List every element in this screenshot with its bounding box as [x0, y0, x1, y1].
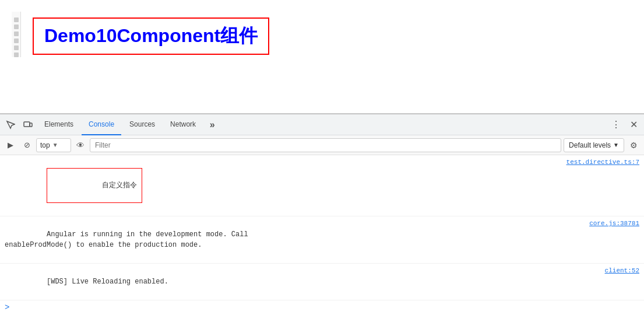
console-row-3: [WDS] Live Reloading enabled. client:52 — [0, 264, 644, 300]
tab-more-button[interactable]: » — [204, 117, 220, 133]
console-row-3-source[interactable]: client:52 — [605, 267, 639, 274]
console-row-2-source[interactable]: core.js:38781 — [589, 220, 639, 227]
page-left-sidebar — [12, 12, 21, 57]
default-levels-button[interactable]: Default levels ▼ — [564, 138, 624, 152]
console-prompt-icon: > — [5, 303, 9, 312]
sidebar-dot-4 — [14, 38, 19, 43]
sidebar-dot-2 — [14, 24, 19, 29]
sidebar-dot-5 — [14, 46, 19, 50]
eye-button[interactable]: 👁 — [73, 138, 87, 152]
console-row-2-content: Angular is running in the development mo… — [5, 219, 582, 261]
devtools-wrapper: Elements Console Sources Network » ⋮ ✕ — [0, 114, 644, 329]
console-input[interactable] — [13, 303, 639, 312]
levels-dropdown-arrow: ▼ — [613, 142, 619, 148]
inspector-icon-btn[interactable] — [2, 117, 19, 133]
sidebar-dot-1 — [14, 18, 19, 22]
page-title: Demo10Component组件 — [44, 25, 258, 46]
console-row-2: Angular is running in the development mo… — [0, 216, 644, 264]
sidebar-dot-3 — [14, 32, 19, 36]
tab-network[interactable]: Network — [163, 114, 203, 135]
console-row-2-text: Angular is running in the development mo… — [5, 230, 248, 249]
console-row-1-text: 自定义指令 — [47, 168, 142, 203]
devtools-tab-bar: Elements Console Sources Network » ⋮ ✕ — [0, 114, 644, 135]
context-dropdown-arrow: ▼ — [52, 142, 58, 148]
console-prompt-row: > — [0, 300, 644, 314]
page-title-box: Demo10Component组件 — [33, 18, 269, 55]
devtools-settings-icon[interactable]: ⋮ — [608, 117, 624, 133]
console-settings-button[interactable]: ⚙ — [627, 138, 641, 152]
tab-elements[interactable]: Elements — [37, 114, 80, 135]
console-output: 自定义指令 test.directive.ts:7 Angular is run… — [0, 155, 644, 329]
devtools-panel: Elements Console Sources Network » ⋮ ✕ — [0, 114, 644, 329]
tab-console[interactable]: Console — [82, 114, 121, 135]
console-row-1-source[interactable]: test.directive.ts:7 — [566, 159, 639, 166]
tab-sources[interactable]: Sources — [122, 114, 162, 135]
execute-button[interactable]: ▶ — [3, 138, 17, 152]
console-toolbar: ▶ ⊘ top ▼ 👁 Default levels ▼ ⚙ — [0, 135, 644, 155]
console-row-1-content: 自定义指令 — [5, 158, 559, 214]
svg-rect-1 — [30, 123, 32, 127]
console-row-1: 自定义指令 test.directive.ts:7 — [0, 155, 644, 216]
block-button[interactable]: ⊘ — [20, 138, 34, 152]
devtools-close-button[interactable]: ✕ — [625, 117, 642, 133]
console-row-3-text: [WDS] Live Reloading enabled. — [47, 278, 168, 286]
sidebar-dot-6 — [14, 52, 19, 57]
context-selector[interactable]: top ▼ — [36, 138, 71, 152]
filter-input[interactable] — [90, 138, 561, 152]
console-row-3-content: [WDS] Live Reloading enabled. — [5, 266, 598, 298]
svg-rect-0 — [24, 122, 30, 127]
device-icon-btn[interactable] — [20, 117, 36, 133]
page-area: Demo10Component组件 — [0, 0, 644, 114]
